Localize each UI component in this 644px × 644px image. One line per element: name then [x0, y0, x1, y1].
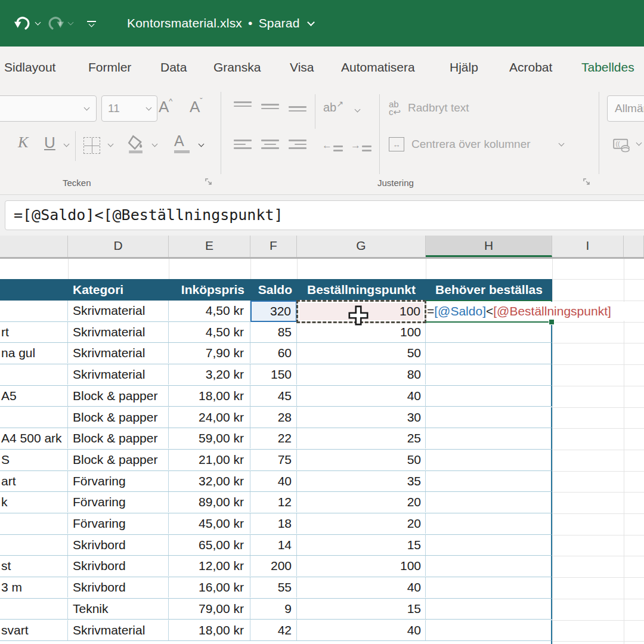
- column-header-G[interactable]: G: [297, 236, 426, 257]
- underline-chevron-icon[interactable]: [64, 141, 70, 147]
- column-header-D[interactable]: D: [68, 236, 169, 257]
- cell-name[interactable]: st: [0, 556, 68, 576]
- cell-needs[interactable]: [426, 620, 551, 640]
- customize-quick-access-button[interactable]: [87, 21, 96, 26]
- cell-stock[interactable]: 60: [250, 343, 297, 363]
- cell-name[interactable]: [0, 364, 68, 385]
- cell-stock[interactable]: 40: [250, 471, 297, 491]
- alignment-dialog-launcher[interactable]: [583, 178, 592, 187]
- table-row[interactable]: Förvaring45,00 kr1820: [0, 513, 552, 535]
- cell-reorder[interactable]: 40: [297, 620, 426, 640]
- cell-price[interactable]: 18,00 kr: [169, 386, 250, 406]
- cell-name[interactable]: A5: [0, 386, 68, 406]
- cell-needs[interactable]: [426, 322, 551, 342]
- decrease-indent-button[interactable]: ←: [322, 140, 343, 151]
- table-row[interactable]: 3 mSkrivbord16,00 kr5540: [0, 577, 552, 599]
- borders-button[interactable]: [83, 137, 100, 154]
- cell-price[interactable]: 4,50 kr: [169, 322, 250, 342]
- align-middle-button[interactable]: [261, 104, 279, 109]
- cell-name[interactable]: rt: [0, 322, 68, 342]
- cell-name[interactable]: 3 m: [0, 577, 68, 597]
- cell-name[interactable]: [0, 535, 68, 555]
- cell-price[interactable]: 16,00 kr: [169, 577, 250, 597]
- cell-reorder[interactable]: 80: [297, 364, 426, 385]
- font-name-combo[interactable]: [0, 95, 97, 122]
- column-header-H[interactable]: H: [426, 236, 552, 257]
- underline-button[interactable]: U: [44, 134, 55, 152]
- table-row[interactable]: A5Block & papper18,00 kr4540: [0, 386, 552, 407]
- align-bottom-button[interactable]: [289, 106, 306, 112]
- cell-category[interactable]: Skrivmaterial: [68, 301, 169, 321]
- cell-needs[interactable]: [426, 556, 551, 576]
- italic-button[interactable]: K: [18, 134, 28, 151]
- cell-category[interactable]: Skrivmaterial: [68, 322, 169, 342]
- accounting-chevron-icon[interactable]: [636, 140, 642, 146]
- cell-stock[interactable]: 200: [250, 556, 297, 576]
- cell-reorder[interactable]: 50: [297, 343, 426, 363]
- cell-stock[interactable]: 28: [250, 407, 297, 428]
- ribbon-tab-visa[interactable]: Visa: [290, 47, 314, 88]
- font-dialog-launcher[interactable]: [205, 178, 213, 187]
- table-header-cell[interactable]: Kategori: [68, 279, 169, 301]
- cell-price[interactable]: 12,00 kr: [169, 556, 250, 576]
- column-header-stub[interactable]: [624, 236, 644, 257]
- table-row[interactable]: kFörvaring89,00 kr1220: [0, 492, 552, 513]
- column-header-F[interactable]: F: [250, 236, 297, 257]
- cell-reorder[interactable]: 15: [297, 599, 426, 619]
- cell-category[interactable]: Block & papper: [68, 428, 169, 448]
- orientation-button[interactable]: ab↗: [323, 99, 343, 114]
- cell-price[interactable]: 4,50 kr: [169, 301, 250, 321]
- fill-handle[interactable]: [549, 319, 555, 325]
- cell-name[interactable]: art: [0, 471, 68, 491]
- cell-category[interactable]: Skrivbord: [68, 535, 169, 555]
- cell-needs[interactable]: [426, 577, 551, 597]
- align-left-button[interactable]: [234, 140, 252, 149]
- cell-category[interactable]: Block & papper: [68, 407, 169, 428]
- cell-name[interactable]: na gul: [0, 343, 68, 363]
- cell-price[interactable]: 65,00 kr: [169, 535, 250, 555]
- increase-font-size-button[interactable]: A^: [159, 97, 172, 116]
- cell-stock[interactable]: 22: [250, 428, 297, 448]
- table-row[interactable]: na gulSkrivmaterial7,90 kr6050: [0, 343, 552, 364]
- cell-stock[interactable]: 42: [250, 620, 297, 640]
- table-header-cell[interactable]: Inköpspris: [169, 279, 250, 301]
- ribbon-tab-formler[interactable]: Formler: [88, 47, 131, 88]
- cell-stock[interactable]: 150: [250, 364, 297, 385]
- table-row[interactable]: Block & papper24,00 kr2830: [0, 407, 552, 429]
- cell-needs[interactable]: [426, 428, 551, 448]
- cell-name[interactable]: [0, 599, 68, 619]
- fill-color-button[interactable]: [126, 134, 147, 156]
- table-header-cell[interactable]: Beställningspunkt: [297, 279, 426, 301]
- cell-reorder[interactable]: 35: [297, 471, 426, 491]
- font-color-button[interactable]: A: [174, 132, 190, 153]
- cell-price[interactable]: 7,90 kr: [169, 343, 250, 363]
- cell-price[interactable]: 89,00 kr: [169, 492, 250, 512]
- column-header-stub[interactable]: [0, 236, 68, 257]
- referenced-cell-saldo[interactable]: 320: [250, 301, 297, 322]
- cell-category[interactable]: Skrivmaterial: [68, 620, 169, 640]
- increase-indent-button[interactable]: →: [351, 140, 371, 151]
- table-header-cell[interactable]: Saldo: [250, 279, 297, 301]
- cell-price[interactable]: 45,00 kr: [169, 513, 250, 534]
- cell-category[interactable]: Skrivbord: [68, 577, 169, 597]
- cell-name[interactable]: [0, 301, 68, 321]
- cell-stock[interactable]: 14: [250, 535, 297, 555]
- table-row[interactable]: A4 500 arkBlock & papper59,00 kr2225: [0, 428, 552, 450]
- cell-category[interactable]: Skrivmaterial: [68, 364, 169, 385]
- cell-price[interactable]: 32,00 kr: [169, 471, 250, 491]
- cell-needs[interactable]: [426, 343, 551, 363]
- table-header-cell[interactable]: Behöver beställas: [426, 279, 552, 301]
- ribbon-tab-hjälp[interactable]: Hjälp: [450, 47, 478, 88]
- title-chevron-icon[interactable]: [307, 18, 315, 26]
- undo-button[interactable]: [13, 15, 40, 32]
- orientation-chevron-icon[interactable]: [355, 107, 361, 113]
- font-color-chevron-icon[interactable]: [199, 141, 205, 147]
- cell-reorder[interactable]: 25: [297, 428, 426, 448]
- ribbon-tab-automatisera[interactable]: Automatisera: [341, 47, 415, 88]
- cell-stock[interactable]: 85: [250, 322, 297, 342]
- table-row[interactable]: Teknik79,00 kr915: [0, 599, 552, 620]
- cell-needs[interactable]: [426, 535, 551, 555]
- cell-stock[interactable]: 9: [250, 599, 297, 619]
- document-title[interactable]: Kontorsmaterial.xlsx • Sparad: [127, 16, 314, 30]
- align-right-button[interactable]: [289, 140, 306, 149]
